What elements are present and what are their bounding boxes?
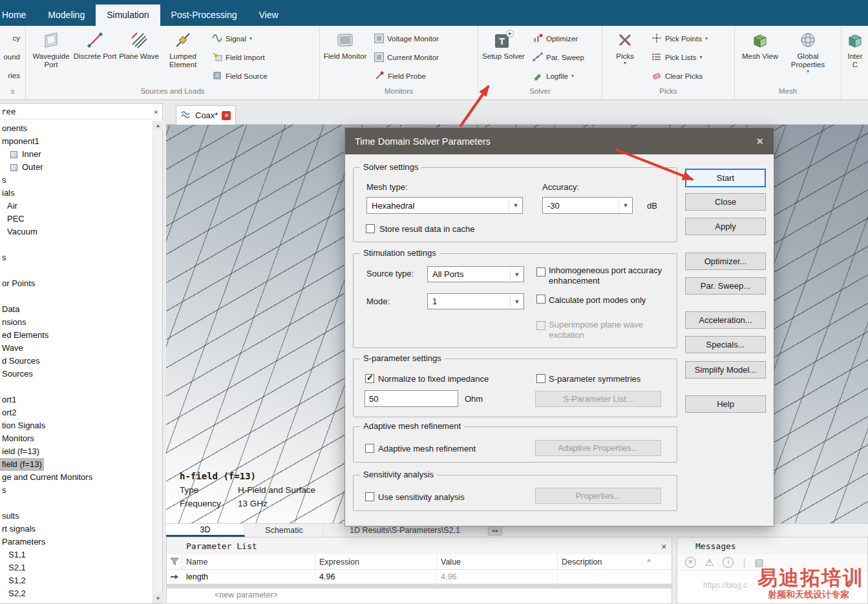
clear-picks-button[interactable]: Clear Picks	[648, 67, 711, 85]
tree-item[interactable]: s	[0, 174, 153, 187]
sensitivity-label[interactable]: Use sensitivity analysis	[378, 492, 465, 502]
column-header-description[interactable]: Description ^	[558, 554, 672, 569]
adaptive-mesh-label[interactable]: Adaptive mesh refinement	[378, 444, 476, 453]
tree-item[interactable]: or Points	[0, 277, 153, 290]
tree-item[interactable]: Parameters	[0, 536, 153, 548]
info-icon[interactable]: i	[723, 557, 734, 568]
dialog-title-bar[interactable]: Time Domain Solver Parameters ✕	[345, 128, 774, 154]
tree-item[interactable]: ge and Current Monitors	[0, 471, 153, 484]
tree-item[interactable]: S2,2	[0, 587, 153, 600]
tree-item[interactable]: PEC	[0, 213, 153, 225]
scroll-up-icon[interactable]: ▲	[153, 121, 163, 130]
tree-item[interactable]: ield (f=13)	[0, 445, 153, 458]
close-icon[interactable]: ✕	[661, 541, 666, 551]
table-row[interactable]: length 4.96 4.96	[167, 570, 672, 584]
tab-simulation[interactable]: Simulation	[96, 5, 160, 26]
tab-view[interactable]: View	[248, 5, 290, 26]
par-sweep-button[interactable]: Par. Sweep	[529, 48, 587, 67]
tree-item[interactable]: Outer	[0, 161, 153, 174]
store-cache-label[interactable]: Store result data in cache	[379, 224, 474, 234]
close-icon[interactable]: ✕	[756, 136, 764, 147]
close-tab-icon[interactable]: ✕	[222, 111, 231, 120]
tree-item[interactable]: ials	[0, 187, 153, 200]
tree-item[interactable]: Vacuum	[0, 225, 153, 238]
column-header-expression[interactable]: Expression	[315, 554, 437, 569]
tab-home[interactable]: Home	[0, 5, 37, 26]
calculate-port-modes-label[interactable]: Calculate port modes only	[549, 295, 646, 305]
document-tab-coax[interactable]: Coax* ✕	[176, 105, 236, 125]
clear-messages-icon[interactable]: ✕	[685, 557, 696, 568]
clipped-background-button[interactable]: ound	[3, 48, 22, 67]
accuracy-select[interactable]: -30 ▼	[542, 197, 633, 214]
tree-item[interactable]: Inner	[0, 148, 153, 161]
pick-lists-button[interactable]: Pick Lists ▾	[648, 48, 711, 67]
tree-item[interactable]: s	[0, 484, 153, 497]
current-monitor-button[interactable]: Current Monitor	[371, 48, 442, 67]
tab-scroll-button[interactable]: ◂▸	[488, 525, 502, 536]
global-properties-button[interactable]: Global Properties ▾	[782, 27, 834, 74]
specials-button[interactable]: Specials...	[685, 336, 766, 353]
clipped-boundaries-button[interactable]: ries	[8, 67, 22, 85]
tree-item[interactable]: S2,1	[0, 561, 153, 574]
filter-icon[interactable]	[167, 554, 182, 569]
tree-item[interactable]: S1,1	[0, 548, 153, 561]
tree-item[interactable]: Wave	[0, 342, 153, 355]
tree-item[interactable]: S1,2	[0, 574, 153, 587]
mesh-view-button[interactable]: Mesh View	[738, 27, 782, 61]
tree-item[interactable]: mponent1	[0, 135, 153, 148]
column-header-name[interactable]: Name	[182, 554, 315, 569]
tree-scrollbar[interactable]: ▲ ▼	[153, 121, 162, 603]
field-probe-button[interactable]: Field Probe	[371, 67, 442, 85]
tree-item[interactable]: nsions	[0, 316, 153, 329]
tree-item[interactable]: d Sources	[0, 355, 153, 368]
simplify-model-button[interactable]: Simplify Model...	[685, 361, 766, 379]
clipped-right-button[interactable]: Inter C	[845, 27, 865, 69]
tab-post-processing[interactable]: Post-Processing	[160, 5, 248, 26]
tree-item[interactable]: tion Signals	[0, 419, 153, 432]
optimizer-button-dialog[interactable]: Optimizer...	[685, 253, 766, 270]
sensitivity-checkbox[interactable]	[365, 492, 374, 501]
discrete-port-button[interactable]: Discrete Port	[73, 27, 117, 61]
tree-item[interactable]: ort1	[0, 393, 153, 406]
pick-points-button[interactable]: Pick Points ▾	[648, 29, 711, 48]
tree-item[interactable]: rt signals	[0, 523, 153, 536]
calculate-port-modes-checkbox[interactable]	[536, 295, 545, 304]
tree-item[interactable]: onents	[0, 122, 153, 135]
store-cache-checkbox[interactable]	[366, 224, 375, 233]
tree-item[interactable]: ort2	[0, 406, 153, 419]
plane-wave-button[interactable]: Plane Wave	[117, 27, 161, 61]
tree-item[interactable]: sults	[0, 510, 153, 523]
tree-item[interactable]: Monitors	[0, 432, 153, 445]
inhomogeneous-checkbox[interactable]	[536, 267, 545, 276]
new-parameter-row[interactable]: <new parameter>	[167, 588, 672, 601]
view-tab-3d[interactable]: 3D	[166, 524, 245, 537]
mode-select[interactable]: 1 ▼	[427, 293, 524, 309]
field-import-button[interactable]: Field Import	[209, 48, 271, 67]
picks-button[interactable]: Picks ▾	[606, 27, 644, 66]
acceleration-button[interactable]: Acceleration...	[685, 311, 766, 329]
tree-item[interactable]: Sources	[0, 368, 153, 380]
tree-item[interactable]: s	[0, 251, 153, 264]
adaptive-mesh-checkbox[interactable]	[365, 444, 374, 453]
tree-item[interactable]: Air	[0, 200, 153, 213]
impedance-input[interactable]	[365, 390, 458, 407]
signal-button[interactable]: Signal ▾	[209, 29, 271, 48]
column-header-value[interactable]: Value	[437, 554, 558, 569]
clipped-frequency-button[interactable]: cy	[13, 29, 23, 48]
help-button[interactable]: Help	[685, 395, 766, 413]
scroll-down-icon[interactable]: ▼	[153, 594, 163, 603]
tree-item[interactable]: ed Elements	[0, 329, 153, 342]
inhomogeneous-label[interactable]: Inhomogeneous port accuracy enhancement	[549, 266, 675, 286]
voltage-monitor-button[interactable]: Voltage Monitor	[371, 29, 442, 48]
logfile-button[interactable]: Logfile ▾	[529, 67, 587, 85]
sparameter-symmetries-checkbox[interactable]	[536, 374, 545, 383]
tree-item[interactable]: Data	[0, 303, 153, 316]
lumped-element-button[interactable]: Lumped Element	[161, 27, 205, 69]
optimizer-button[interactable]: Optimizer	[529, 29, 587, 48]
tree-item[interactable]: ference Impedance	[0, 600, 153, 603]
sparameter-symmetries-label[interactable]: S-parameter symmetries	[549, 374, 640, 384]
mesh-type-select[interactable]: Hexahedral ▼	[366, 197, 523, 214]
par-sweep-button-dialog[interactable]: Par. Sweep...	[685, 277, 766, 295]
warning-icon[interactable]: ⚠	[705, 557, 714, 568]
field-source-button[interactable]: Field Source	[209, 67, 271, 85]
